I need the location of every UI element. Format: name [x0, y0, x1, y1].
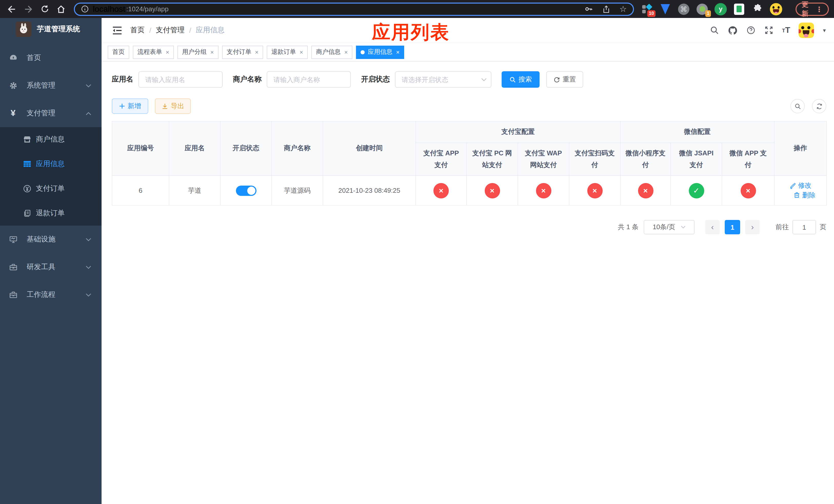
- site-info-icon[interactable]: [81, 5, 89, 13]
- grid-icon: [23, 160, 31, 168]
- merchant-name-label: 商户名称: [233, 75, 262, 84]
- status-toggle[interactable]: [236, 185, 256, 196]
- next-page-button[interactable]: ›: [745, 220, 760, 234]
- current-page-button[interactable]: 1: [725, 220, 740, 234]
- ext-notes-icon[interactable]: [733, 3, 745, 15]
- password-key-icon[interactable]: [584, 5, 593, 13]
- table-row: 6 芋道 芋道源码 2021-10-23 08:49:25 × × × × × …: [112, 176, 827, 205]
- close-icon[interactable]: ×: [344, 48, 348, 55]
- browser-menu-icon[interactable]: ⋮: [815, 5, 823, 13]
- app-title: 芋道管理系统: [37, 25, 80, 34]
- col-app-id: 应用编号: [112, 121, 169, 176]
- sidebar-item-home[interactable]: 首页: [0, 44, 102, 72]
- tag-tab-merchant-info[interactable]: 商户信息 ×: [311, 45, 352, 59]
- edit-link[interactable]: 修改: [789, 181, 811, 190]
- reset-button[interactable]: 重置: [546, 71, 583, 88]
- payment-submenu: 商户信息 应用信息 支付订单: [0, 127, 102, 226]
- ext-badge-1: 1: [705, 10, 711, 17]
- reload-icon[interactable]: [38, 2, 51, 16]
- sidebar-item-app-info[interactable]: 应用信息: [0, 152, 102, 176]
- ext-kite-icon[interactable]: [659, 3, 672, 15]
- refresh-icon[interactable]: [812, 99, 826, 113]
- close-icon[interactable]: ×: [255, 48, 259, 55]
- close-icon[interactable]: ×: [210, 48, 214, 55]
- tag-tab-process-form[interactable]: 流程表单 ×: [133, 45, 174, 59]
- sidebar-item-label: 研发工具: [27, 262, 56, 272]
- sidebar-item-infrastructure[interactable]: 基础设施: [0, 226, 102, 253]
- chevron-down-icon: [86, 238, 91, 241]
- group-alipay-config: 支付宝配置: [416, 121, 620, 143]
- profile-emoji-icon[interactable]: [770, 3, 782, 15]
- url-bar[interactable]: localhost :1024/pay/app ☆: [74, 2, 634, 16]
- sidebar-fold-icon[interactable]: [112, 26, 122, 35]
- sidebar-item-label: 工作流程: [27, 290, 56, 299]
- close-icon[interactable]: ×: [396, 48, 399, 55]
- font-size-icon[interactable]: TT: [782, 26, 790, 35]
- bookmark-star-icon[interactable]: ☆: [619, 4, 627, 14]
- home-icon[interactable]: [54, 2, 68, 16]
- goto-page-input[interactable]: [792, 220, 816, 234]
- back-icon[interactable]: [5, 2, 19, 16]
- status-select-input[interactable]: [395, 71, 491, 88]
- col-merchant: 商户名称: [271, 121, 323, 176]
- alipay-qr-status-icon: ×: [587, 183, 602, 198]
- ext-record-icon[interactable]: 1: [696, 3, 708, 15]
- sidebar-item-workflow[interactable]: 工作流程: [0, 281, 102, 308]
- sidebar-item-payment[interactable]: ¥ 支付管理: [0, 99, 102, 127]
- tag-tab-home[interactable]: 首页: [108, 45, 129, 59]
- page-size-select[interactable]: 10条/页: [644, 220, 695, 234]
- extensions-puzzle-icon[interactable]: [751, 3, 764, 15]
- user-avatar[interactable]: [799, 23, 814, 38]
- tag-tab-pay-orders[interactable]: 支付订单 ×: [222, 45, 263, 59]
- goto-label: 前往: [775, 223, 789, 232]
- sidebar-item-label: 支付管理: [27, 109, 56, 118]
- cell-merchant: 芋道源码: [271, 176, 323, 205]
- close-icon[interactable]: ×: [166, 48, 169, 55]
- top-navbar: 首页 / 支付管理 / 应用信息 应用列表: [102, 18, 834, 43]
- avatar-caret-icon[interactable]: ▾: [823, 27, 826, 33]
- sidebar-item-dev-tools[interactable]: 研发工具: [0, 253, 102, 281]
- tag-tab-app-info[interactable]: 应用信息 ×: [356, 45, 404, 59]
- search-button[interactable]: 搜索: [502, 71, 540, 88]
- app-name-input[interactable]: [138, 71, 223, 88]
- sidebar-item-label: 基础设施: [27, 235, 56, 244]
- breadcrumb-home[interactable]: 首页: [130, 26, 145, 35]
- toolbox-icon: [9, 263, 18, 271]
- prev-page-button[interactable]: ‹: [705, 220, 720, 234]
- ext-command-icon[interactable]: ⌘: [678, 3, 690, 15]
- sidebar-item-merchant-info[interactable]: 商户信息: [0, 127, 102, 152]
- search-icon[interactable]: [710, 26, 719, 35]
- status-select[interactable]: [395, 71, 491, 88]
- sidebar-logo[interactable]: 芋道管理系统: [0, 18, 102, 41]
- fullscreen-icon[interactable]: [764, 26, 773, 35]
- add-button[interactable]: 新增: [112, 98, 148, 114]
- sidebar-item-pay-orders[interactable]: 支付订单: [0, 176, 102, 201]
- chevron-down-icon: [86, 293, 91, 297]
- sidebar-item-system[interactable]: 系统管理: [0, 72, 102, 99]
- breadcrumb-payment[interactable]: 支付管理: [156, 26, 185, 35]
- sidebar-item-refund-orders[interactable]: 退款订单: [0, 201, 102, 226]
- forward-icon[interactable]: [22, 2, 35, 16]
- ext-y-icon[interactable]: y: [715, 3, 727, 15]
- merchant-name-input[interactable]: [267, 71, 351, 88]
- delete-label: 删除: [802, 190, 815, 200]
- ext-grid-icon[interactable]: 10: [641, 3, 653, 15]
- tag-tab-user-group[interactable]: 用户分组 ×: [177, 45, 219, 59]
- close-icon[interactable]: ×: [300, 48, 303, 55]
- tag-tab-refund-orders[interactable]: 退款订单 ×: [267, 45, 308, 59]
- toggle-search-icon[interactable]: [790, 99, 805, 113]
- pagination: 共 1 条 10条/页 ‹ 1 › 前往 页: [112, 220, 826, 234]
- update-button[interactable]: 更新 ⋮: [795, 2, 829, 16]
- share-icon[interactable]: [602, 5, 610, 13]
- tab-label: 流程表单: [137, 48, 162, 56]
- github-icon[interactable]: [728, 25, 737, 35]
- delete-link[interactable]: 删除: [793, 190, 815, 200]
- page-content: 应用名 商户名称 开启状态: [102, 62, 834, 504]
- help-icon[interactable]: [746, 26, 755, 35]
- navbar-actions: TT ▾: [710, 23, 826, 38]
- export-button[interactable]: 导出: [155, 98, 191, 114]
- update-label: 更新: [802, 0, 811, 18]
- tab-label: 首页: [112, 48, 125, 56]
- col-actions: 操作: [774, 121, 827, 176]
- page-annotation-title: 应用列表: [372, 20, 450, 45]
